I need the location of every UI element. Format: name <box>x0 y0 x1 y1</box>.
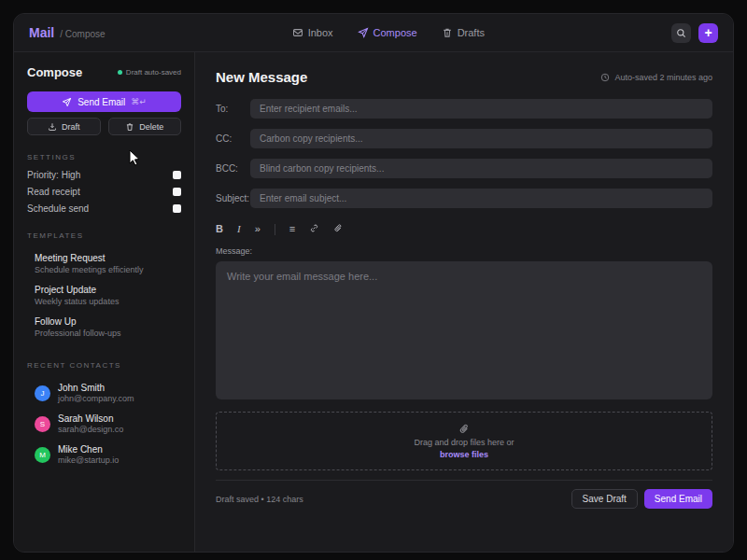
quote-button[interactable]: » <box>255 224 261 234</box>
breadcrumb-current: / Compose <box>60 29 105 39</box>
setting-label: Read receipt <box>27 187 80 197</box>
italic-button[interactable]: I <box>237 224 241 234</box>
cc-input[interactable] <box>250 129 712 148</box>
app-title: Mail <box>29 25 54 40</box>
app-header: Mail / Compose Inbox Compose Drafts + <box>14 14 733 52</box>
inbox-icon <box>292 27 303 38</box>
list-button[interactable]: ≡ <box>289 224 295 234</box>
contacts-heading: RECENT CONTACTS <box>27 361 181 370</box>
trash-icon <box>442 27 453 38</box>
file-dropzone[interactable]: Drag and drop files here or browse files <box>216 412 712 470</box>
template-follow-up[interactable]: Follow Up Professional follow-ups <box>27 312 181 343</box>
nav-item-label: Inbox <box>308 27 333 38</box>
formatting-toolbar: B I » ≡ <box>216 223 712 235</box>
clock-icon <box>600 73 610 82</box>
paperclip-icon <box>458 423 471 435</box>
send-icon <box>62 97 72 107</box>
draft-status: Draft saved • 124 chars <box>216 495 303 504</box>
template-name: Follow Up <box>35 316 181 327</box>
trash-icon <box>125 122 134 132</box>
link-button[interactable] <box>309 223 319 235</box>
send-email-button[interactable]: Send Email ⌘↵ <box>27 91 181 112</box>
send-email-label: Send Email <box>78 97 125 107</box>
template-desc: Schedule meetings efficiently <box>35 265 181 274</box>
cc-label: CC: <box>216 133 250 144</box>
compose-footer: Draft saved • 124 chars Save Draft Send … <box>216 480 712 517</box>
template-meeting-request[interactable]: Meeting Request Schedule meetings effici… <box>27 248 181 280</box>
contact-john-smith[interactable]: J John Smith john@company.com <box>27 378 181 409</box>
header-actions: + <box>671 23 718 43</box>
nav-item-label: Compose <box>374 27 417 38</box>
autosave-status-label: Auto-saved 2 minutes ago <box>614 73 712 82</box>
to-input[interactable] <box>250 99 712 119</box>
message-textarea[interactable] <box>216 261 712 399</box>
save-icon <box>48 122 57 132</box>
link-icon <box>309 223 319 233</box>
subject-label: Subject: <box>216 193 250 203</box>
priority-checkbox[interactable] <box>173 171 181 179</box>
nav-item-drafts[interactable]: Drafts <box>442 27 485 38</box>
bold-button[interactable]: B <box>216 224 223 234</box>
search-button[interactable] <box>671 23 691 43</box>
autosave-badge: Draft auto-saved <box>118 68 181 77</box>
setting-read-receipt[interactable]: Read receipt <box>27 187 181 197</box>
to-label: To: <box>216 104 250 114</box>
toolbar-divider <box>275 224 275 235</box>
autosave-badge-label: Draft auto-saved <box>126 68 181 77</box>
plus-icon: + <box>704 26 712 39</box>
setting-priority[interactable]: Priority: High <box>27 170 181 180</box>
delete-button-label: Delete <box>139 122 163 132</box>
nav-item-label: Drafts <box>458 27 485 38</box>
bcc-label: BCC: <box>216 163 250 174</box>
attach-button[interactable] <box>333 223 344 235</box>
template-name: Project Update <box>35 285 181 295</box>
send-shortcut: ⌘↵ <box>131 97 147 106</box>
schedule-send-checkbox[interactable] <box>173 204 181 213</box>
page-title: New Message <box>216 69 307 85</box>
search-icon <box>676 28 686 38</box>
setting-label: Priority: High <box>27 170 80 180</box>
sidebar: Compose Draft auto-saved Send Email ⌘↵ D… <box>14 52 195 552</box>
new-email-button[interactable]: + <box>698 23 718 43</box>
settings-heading: SETTINGS <box>27 153 181 161</box>
mail-app-window: Mail / Compose Inbox Compose Drafts + <box>13 13 734 553</box>
setting-schedule-send[interactable]: Schedule send <box>27 203 181 214</box>
setting-label: Schedule send <box>27 203 89 214</box>
templates-heading: TEMPLATES <box>27 231 181 240</box>
dropzone-text: Drag and drop files here or <box>414 438 514 447</box>
nav-item-inbox[interactable]: Inbox <box>292 27 333 38</box>
template-name: Meeting Request <box>35 253 181 263</box>
draft-button-label: Draft <box>62 122 80 132</box>
template-project-update[interactable]: Project Update Weekly status updates <box>27 280 181 312</box>
read-receipt-checkbox[interactable] <box>173 188 181 196</box>
save-draft-button-sidebar[interactable]: Draft <box>27 118 101 135</box>
sidebar-title: Compose <box>27 65 82 79</box>
subject-input[interactable] <box>250 189 712 208</box>
contact-mike-chen[interactable]: M Mike Chen mike@startup.io <box>27 440 181 470</box>
template-desc: Professional follow-ups <box>35 329 181 338</box>
message-label: Message: <box>216 246 712 256</box>
status-dot-icon <box>118 70 122 75</box>
contact-name: John Smith <box>58 383 134 393</box>
avatar: M <box>35 447 50 463</box>
compose-main: New Message Auto-saved 2 minutes ago To:… <box>195 52 733 552</box>
nav-item-compose[interactable]: Compose <box>358 27 417 38</box>
contact-name: Sarah Wilson <box>58 413 123 424</box>
top-nav: Inbox Compose Drafts <box>106 27 671 38</box>
contact-email: sarah@design.co <box>58 425 123 434</box>
save-draft-button[interactable]: Save Draft <box>571 489 638 509</box>
breadcrumb: Mail / Compose <box>29 25 106 40</box>
contact-email: mike@startup.io <box>58 455 119 465</box>
send-email-button-footer[interactable]: Send Email <box>644 489 712 509</box>
contact-sarah-wilson[interactable]: S Sarah Wilson sarah@design.co <box>27 409 181 440</box>
delete-button[interactable]: Delete <box>108 118 182 135</box>
autosave-status: Auto-saved 2 minutes ago <box>600 73 712 82</box>
avatar: S <box>35 416 50 432</box>
contact-name: Mike Chen <box>58 444 119 455</box>
contact-email: john@company.com <box>58 394 134 403</box>
avatar: J <box>35 385 50 401</box>
template-desc: Weekly status updates <box>35 297 181 306</box>
bcc-input[interactable] <box>250 159 712 178</box>
browse-files-link[interactable]: browse files <box>440 450 488 459</box>
paperclip-icon <box>333 223 344 233</box>
